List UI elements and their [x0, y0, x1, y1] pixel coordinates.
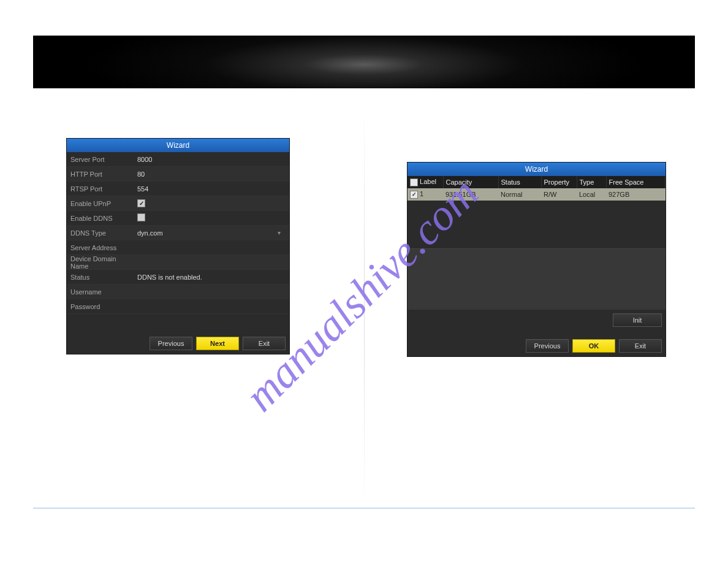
cell-free-space: 927GB	[606, 188, 665, 201]
wizard-hdd-panel: Wizard Label Capacity Status Property Ty…	[407, 162, 666, 357]
server-port-value[interactable]: 8000	[135, 155, 286, 164]
wizard-network-panel: Wizard Server Port 8000 HTTP Port 80 RTS…	[66, 138, 290, 354]
http-port-value[interactable]: 80	[135, 169, 286, 179]
row-ddns-type: DDNS Type dyn.com ▾	[67, 226, 289, 240]
cell-label-text: 1	[420, 190, 423, 197]
ddns-type-value: dyn.com	[137, 229, 163, 237]
ddns-type-label: DDNS Type	[70, 229, 135, 237]
cell-property: R/W	[541, 188, 577, 201]
cell-type: Local	[577, 188, 606, 201]
panel-body: Server Port 8000 HTTP Port 80 RTSP Port …	[67, 152, 289, 314]
panel-footer: Previous OK Exit	[408, 335, 665, 356]
row-checkbox[interactable]	[410, 191, 418, 199]
top-banner	[33, 36, 695, 88]
col-type: Type	[577, 176, 606, 188]
cell-label: 1	[408, 188, 443, 201]
enable-ddns-label: Enable DDNS	[70, 215, 135, 222]
next-button[interactable]: Next	[196, 337, 239, 350]
enable-upnp-label: Enable UPnP	[70, 200, 135, 207]
status-label: Status	[70, 274, 135, 281]
enable-ddns-checkbox[interactable]	[137, 213, 145, 221]
col-property: Property	[541, 176, 577, 188]
cell-status: Normal	[498, 188, 541, 201]
col-free-space: Free Space	[606, 176, 665, 188]
exit-button[interactable]: Exit	[619, 339, 662, 353]
cell-capacity: 931.51GB	[443, 188, 498, 201]
row-device-domain: Device Domain Name	[67, 255, 289, 270]
username-label: Username	[70, 288, 135, 296]
row-rtsp-port: RTSP Port 554	[67, 182, 289, 196]
ok-button[interactable]: OK	[572, 339, 615, 353]
bottom-divider	[33, 508, 695, 508]
hdd-table-row[interactable]: 1 931.51GB Normal R/W Local 927GB	[408, 188, 665, 201]
row-server-port: Server Port 8000	[67, 152, 289, 167]
panel-title: Wizard	[408, 163, 665, 176]
row-enable-upnp: Enable UPnP	[67, 196, 289, 211]
device-domain-label: Device Domain Name	[70, 255, 135, 270]
col-capacity: Capacity	[443, 176, 498, 188]
ddns-type-select[interactable]: dyn.com ▾	[135, 228, 286, 238]
row-password: Password	[67, 299, 289, 314]
enable-upnp-field	[135, 198, 286, 209]
server-port-label: Server Port	[70, 156, 135, 163]
col-label-text: Label	[420, 178, 436, 185]
password-label: Password	[70, 303, 135, 310]
username-value[interactable]	[135, 291, 286, 293]
enable-upnp-checkbox[interactable]	[137, 199, 145, 207]
device-domain-value[interactable]	[135, 261, 286, 264]
panel-footer: Previous Next Exit	[67, 333, 289, 354]
rtsp-port-value[interactable]: 554	[135, 184, 286, 194]
previous-button[interactable]: Previous	[526, 339, 569, 353]
chevron-down-icon: ▾	[278, 229, 283, 236]
server-address-value[interactable]	[135, 247, 286, 249]
hdd-table-header-row: Label Capacity Status Property Type Free…	[408, 176, 665, 188]
row-username: Username	[67, 285, 289, 299]
status-value: DDNS is not enabled.	[135, 272, 286, 282]
page-center-divider	[364, 98, 365, 515]
select-all-checkbox[interactable]	[410, 178, 418, 186]
panel-title: Wizard	[67, 139, 289, 152]
hdd-table: Label Capacity Status Property Type Free…	[408, 176, 665, 201]
init-button-row: Init	[408, 310, 665, 331]
rtsp-port-label: RTSP Port	[70, 185, 135, 193]
col-label: Label	[408, 176, 443, 188]
previous-button[interactable]: Previous	[150, 337, 192, 350]
password-value[interactable]	[135, 305, 286, 308]
row-http-port: HTTP Port 80	[67, 167, 289, 182]
init-button[interactable]: Init	[613, 313, 662, 327]
hdd-table-area: Label Capacity Status Property Type Free…	[408, 176, 665, 248]
row-server-address: Server Address	[67, 240, 289, 255]
server-address-label: Server Address	[70, 244, 135, 251]
row-enable-ddns: Enable DDNS	[67, 211, 289, 226]
http-port-label: HTTP Port	[70, 170, 135, 178]
exit-button[interactable]: Exit	[243, 337, 286, 350]
enable-ddns-field	[135, 212, 286, 224]
panel-mid-gap	[408, 248, 665, 310]
col-status: Status	[498, 176, 541, 188]
row-status: Status DDNS is not enabled.	[67, 270, 289, 285]
